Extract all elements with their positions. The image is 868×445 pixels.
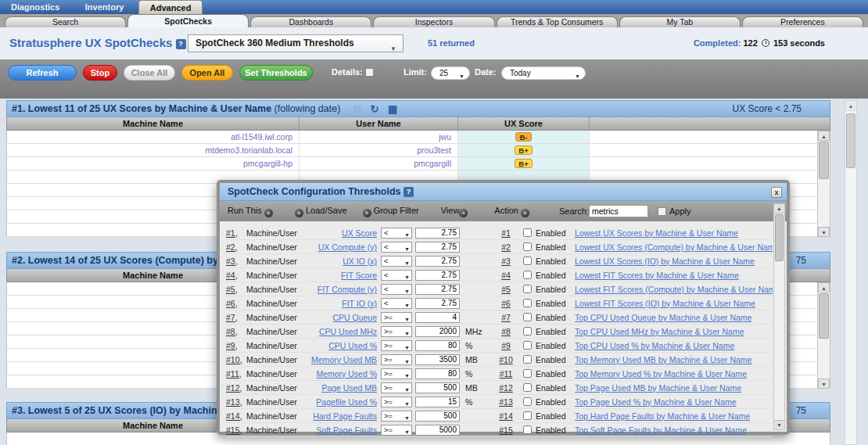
enabled-checkbox[interactable] xyxy=(523,228,532,237)
threshold-value-input[interactable] xyxy=(415,382,460,393)
operator-select[interactable]: >=▼ xyxy=(381,312,412,323)
row-number-link[interactable]: #8 xyxy=(489,327,523,336)
threshold-value-input[interactable] xyxy=(415,298,460,309)
enabled-checkbox[interactable] xyxy=(523,425,532,434)
enabled-checkbox[interactable] xyxy=(523,242,532,251)
gear-icon[interactable]: + xyxy=(521,209,529,217)
threshold-value-input[interactable] xyxy=(415,256,460,267)
spotcheck-description-link[interactable]: Top CPU Used Queue by Machine & User Nam… xyxy=(575,313,773,322)
row-number-link[interactable]: #10 xyxy=(489,355,523,364)
view-menu[interactable]: View+ xyxy=(441,206,468,217)
row-number-link[interactable]: #4 xyxy=(489,271,523,280)
spotcheck-description-link[interactable]: Lowest UX Scores (IO) by Machine & User … xyxy=(575,257,773,266)
threshold-value-input[interactable] xyxy=(415,340,460,351)
metric-link[interactable]: Hard Page Faults xyxy=(306,411,381,421)
metric-link[interactable]: Memory Used MB xyxy=(306,355,381,364)
row-number-link[interactable]: #15, xyxy=(226,425,246,435)
scrollbar-thumb[interactable] xyxy=(819,293,829,339)
row-number-link[interactable]: #8, xyxy=(226,327,246,336)
metric-link[interactable]: FIT Score xyxy=(306,271,381,280)
metric-link[interactable]: Page Used MB xyxy=(306,383,381,393)
metric-link[interactable]: FIT Compute (y) xyxy=(306,285,381,294)
set-thresholds-button[interactable]: Set Thresholds xyxy=(239,65,313,81)
threshold-value-input[interactable] xyxy=(415,270,460,281)
group-filter-menu[interactable]: + Group Filter xyxy=(363,206,419,217)
scroll-up-icon[interactable]: ▲ xyxy=(818,131,830,141)
metric-link[interactable]: Pagefile Used % xyxy=(306,397,381,407)
section-2-scrollbar[interactable]: ▲ ▼ xyxy=(817,282,830,389)
scroll-up-icon[interactable]: ▲ xyxy=(845,101,856,111)
enabled-checkbox[interactable] xyxy=(523,369,532,378)
close-all-button[interactable]: Close All xyxy=(124,65,175,81)
enabled-checkbox[interactable] xyxy=(523,327,532,336)
row-number-link[interactable]: #1, xyxy=(226,228,246,238)
row-number-link[interactable]: #2, xyxy=(226,242,246,252)
refresh-icon[interactable]: ↻ xyxy=(371,103,379,115)
row-number-link[interactable]: #2 xyxy=(489,242,523,252)
spotcheck-description-link[interactable]: Top Page Used % by Machine & User Name xyxy=(575,397,773,407)
row-number-link[interactable]: #13 xyxy=(489,397,523,407)
metric-link[interactable]: Memory Used % xyxy=(306,369,381,379)
load-save-menu[interactable]: + Load/Save xyxy=(295,206,347,217)
gear-icon[interactable]: + xyxy=(264,209,273,217)
user-link[interactable]: jwu xyxy=(439,132,451,142)
row-number-link[interactable]: #6 xyxy=(489,299,523,308)
operator-select[interactable]: >=▼ xyxy=(381,397,412,407)
spotcheck-description-link[interactable]: Top Hard Page Faults by Machine & User N… xyxy=(575,411,773,421)
metric-link[interactable]: CPU Queue xyxy=(306,313,381,322)
enabled-checkbox[interactable] xyxy=(523,397,532,406)
row-number-link[interactable]: #9 xyxy=(489,341,523,350)
enabled-checkbox[interactable] xyxy=(523,285,532,293)
gear-icon[interactable]: + xyxy=(363,209,371,217)
scroll-down-icon[interactable]: ▼ xyxy=(774,420,784,429)
enabled-checkbox[interactable] xyxy=(523,299,532,307)
enabled-checkbox[interactable] xyxy=(523,411,532,420)
user-link[interactable]: pmcgargill xyxy=(414,159,451,168)
scrollbar-thumb[interactable] xyxy=(819,142,829,179)
row-number-link[interactable]: #5, xyxy=(226,285,246,294)
operator-select[interactable]: >=▼ xyxy=(381,382,412,393)
threshold-value-input[interactable] xyxy=(415,284,460,295)
enabled-checkbox[interactable] xyxy=(523,355,532,364)
operator-select[interactable]: >=▼ xyxy=(381,354,412,365)
operator-select[interactable]: <▼ xyxy=(381,284,412,295)
operator-select[interactable]: <▼ xyxy=(381,242,412,253)
spotcheck-description-link[interactable]: Top Soft Page Faults by Machine & User N… xyxy=(575,425,773,435)
spotcheck-description-link[interactable]: Lowest FIT Scores (IO) by Machine & User… xyxy=(575,299,773,308)
sub-tab[interactable]: SpotChecks xyxy=(127,14,249,27)
page-scrollbar[interactable]: ▲ xyxy=(845,100,857,445)
spotcheck-description-link[interactable]: Lowest FIT Scores (Compute) by Machine &… xyxy=(575,285,773,294)
metric-link[interactable]: FIT IO (x) xyxy=(306,299,381,308)
operator-select[interactable]: >=▼ xyxy=(381,326,412,337)
row-number-link[interactable]: #12 xyxy=(489,383,523,393)
section-1-scrollbar[interactable]: ▲ ▼ xyxy=(817,131,830,237)
spotcheck-description-link[interactable]: Top Memory Used MB by Machine & User Nam… xyxy=(575,355,773,364)
operator-select[interactable]: <▼ xyxy=(381,228,412,239)
enabled-checkbox[interactable] xyxy=(523,271,532,279)
threshold-value-input[interactable] xyxy=(415,425,460,436)
scrollbar-thumb[interactable] xyxy=(775,214,784,261)
scroll-up-icon[interactable]: ▲ xyxy=(774,204,784,214)
sub-tab[interactable]: Inspectors xyxy=(373,16,494,27)
enabled-checkbox[interactable] xyxy=(523,257,532,265)
scroll-down-icon[interactable]: ▼ xyxy=(818,227,830,237)
refresh-button[interactable]: Refresh xyxy=(8,65,77,81)
operator-select[interactable]: >=▼ xyxy=(381,425,412,436)
sub-tab[interactable]: Dashboards xyxy=(250,16,371,27)
user-link[interactable]: prou3test xyxy=(417,145,451,155)
operator-select[interactable]: >=▼ xyxy=(381,368,412,379)
sub-tab[interactable]: My Tab xyxy=(619,16,741,27)
threshold-value-input[interactable] xyxy=(415,397,460,407)
threshold-value-input[interactable] xyxy=(415,242,460,253)
threshold-value-input[interactable] xyxy=(415,368,460,379)
metric-link[interactable]: UX Score xyxy=(306,228,381,238)
stop-button[interactable]: Stop xyxy=(83,65,117,81)
row-number-link[interactable]: #11 xyxy=(489,369,523,379)
popout-icon[interactable]: ⧉ xyxy=(354,103,361,115)
row-number-link[interactable]: #1 xyxy=(489,228,523,238)
row-number-link[interactable]: #5 xyxy=(489,285,523,294)
limit-select[interactable]: 25▼ xyxy=(431,66,470,80)
spotcheck-description-link[interactable]: Top Memory Used % by Machine & User Name xyxy=(575,369,773,379)
sub-tab[interactable]: Trends & Top Consumers xyxy=(497,16,618,27)
run-this-menu[interactable]: Run This + xyxy=(228,206,273,217)
